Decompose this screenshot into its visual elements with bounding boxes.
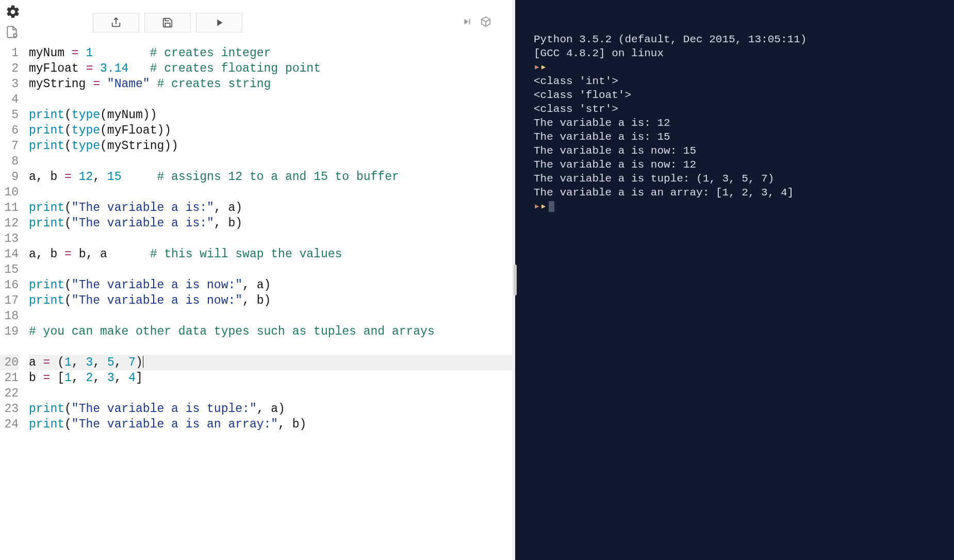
save-button[interactable] [144,13,191,32]
run-button[interactable] [196,13,242,32]
line-gutter: 123456789101112131415161718192021222324 [0,45,25,560]
cube-icon[interactable] [480,16,491,30]
share-button[interactable] [93,13,139,32]
terminal-cursor [549,201,554,212]
terminal-pane[interactable]: Python 3.5.2 (default, Dec 2015, 13:05:1… [515,0,954,560]
pane-divider[interactable] [514,265,517,295]
step-forward-icon[interactable] [462,16,473,30]
new-file-icon[interactable] [5,25,21,41]
code-area[interactable]: myNum = 1 # creates integermyFloat = 3.1… [25,45,512,560]
editor-pane: 123456789101112131415161718192021222324 … [0,0,515,560]
terminal-header2: [GCC 4.8.2] on linux [534,47,664,59]
settings-icon[interactable] [5,4,21,22]
terminal-output: <class 'int'> <class 'float'> <class 'st… [534,74,935,200]
toolbar [0,0,512,45]
prompt-icon: ▸ [534,200,540,213]
terminal-header: Python 3.5.2 (default, Dec 2015, 13:05:1… [534,34,807,45]
code-editor[interactable]: 123456789101112131415161718192021222324 … [0,45,512,560]
prompt-icon: ▸ [534,60,540,74]
